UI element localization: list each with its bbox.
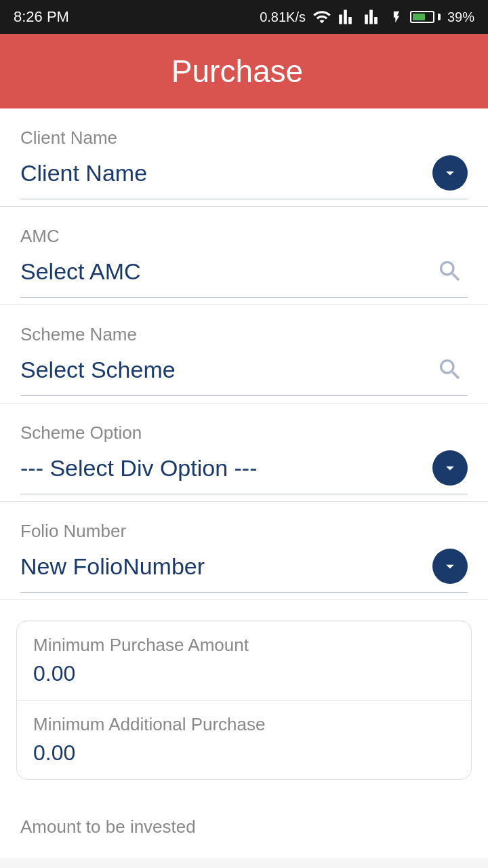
min-purchase-label: Minimum Purchase Amount — [33, 635, 455, 656]
amount-section: Amount to be invested — [0, 800, 488, 844]
search-icon — [436, 258, 464, 285]
min-additional-row: Minimum Additional Purchase 0.00 — [17, 700, 471, 779]
scheme-name-label: Scheme Name — [20, 324, 468, 345]
folio-number-section: Folio Number New FolioNumber — [0, 502, 488, 600]
folio-number-value: New FolioNumber — [20, 553, 205, 580]
battery-percent: 39% — [447, 9, 474, 25]
client-name-value: Client Name — [20, 160, 147, 186]
network-speed: 0.81K/s — [260, 9, 306, 25]
amount-label: Amount to be invested — [20, 816, 468, 837]
folio-number-label: Folio Number — [20, 521, 468, 542]
amc-label: AMC — [20, 226, 468, 247]
scheme-option-label: Scheme Option — [20, 422, 468, 443]
time-display: 8:26 PM — [14, 8, 69, 26]
client-name-label: Client Name — [20, 127, 468, 149]
chevron-down-icon-folio — [441, 557, 460, 576]
amc-value: Select AMC — [20, 258, 141, 285]
form-content: Client Name Client Name AMC Select AMC S… — [0, 108, 488, 858]
min-additional-value: 0.00 — [33, 741, 455, 766]
scheme-name-section: Scheme Name Select Scheme — [0, 305, 488, 403]
client-name-row: Client Name — [20, 155, 468, 199]
amc-row: Select AMC — [20, 254, 468, 298]
folio-number-row: New FolioNumber — [20, 549, 468, 593]
scheme-name-row: Select Scheme — [20, 352, 468, 396]
client-name-section: Client Name Client Name — [0, 108, 488, 207]
min-purchase-value: 0.00 — [33, 661, 455, 686]
amc-search-button[interactable] — [432, 254, 468, 289]
search-icon-scheme — [436, 356, 464, 383]
min-purchase-row: Minimum Purchase Amount 0.00 — [17, 621, 471, 700]
battery-indicator — [410, 11, 441, 23]
charging-icon — [390, 7, 403, 26]
min-additional-label: Minimum Additional Purchase — [33, 714, 455, 735]
signal-icon-2 — [364, 7, 383, 26]
app-bar: Purchase — [0, 34, 488, 108]
scheme-name-value: Select Scheme — [20, 357, 176, 383]
signal-icon — [338, 7, 357, 26]
scheme-option-dropdown[interactable] — [432, 450, 468, 486]
status-icons: 0.81K/s 39% — [260, 7, 474, 26]
scheme-option-section: Scheme Option --- Select Div Option --- — [0, 403, 488, 502]
client-name-dropdown[interactable] — [432, 155, 468, 191]
chevron-down-icon-scheme — [441, 458, 460, 477]
chevron-down-icon — [441, 163, 460, 182]
scheme-option-row: --- Select Div Option --- — [20, 450, 468, 494]
page-title: Purchase — [30, 53, 445, 90]
wifi-icon — [312, 7, 331, 26]
scheme-option-value: --- Select Div Option --- — [20, 455, 258, 481]
status-bar: 8:26 PM 0.81K/s 39% — [0, 0, 488, 34]
info-card: Minimum Purchase Amount 0.00 Minimum Add… — [16, 620, 472, 780]
amc-section: AMC Select AMC — [0, 207, 488, 305]
scheme-search-button[interactable] — [432, 352, 468, 387]
folio-number-dropdown[interactable] — [432, 549, 468, 584]
